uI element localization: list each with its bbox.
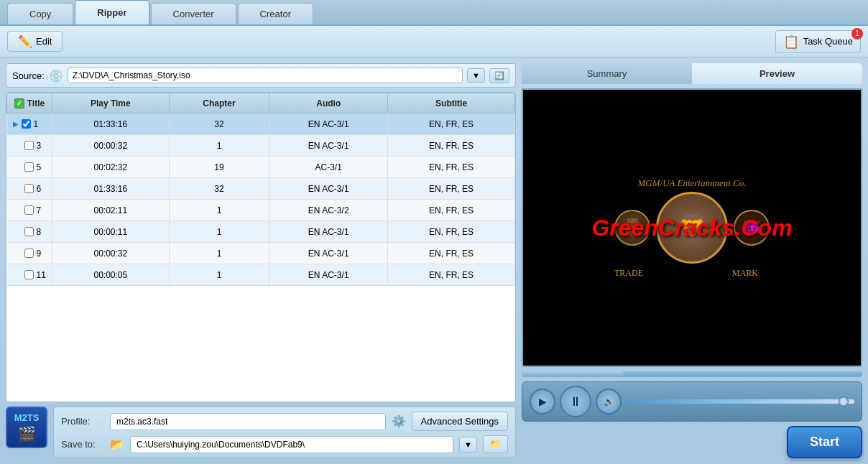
cell-audio: EN AC-3/1	[269, 221, 388, 243]
bottom-section: M2TS 🎬 Profile: ⚙️ Advanced Settings	[6, 407, 516, 458]
cell-play_time: 00:02:32	[52, 157, 169, 178]
video-preview: MGM/UA Entertainment Co. ARSGRATIAARTIS …	[522, 88, 862, 367]
cell-play_time: 01:33:16	[52, 113, 169, 135]
profile-label: Profile:	[61, 416, 104, 427]
cell-play_time: 00:00:32	[52, 135, 169, 157]
tab-bar: Copy Ripper Converter Creator	[0, 0, 868, 26]
select-all-checkbox[interactable]: ✓	[14, 98, 24, 108]
cell-subtitle: EN, FR, ES	[388, 178, 515, 200]
volume-button[interactable]: 🔊	[596, 389, 622, 414]
cell-chapter: 32	[169, 113, 269, 135]
m2ts-badge: M2TS 🎬	[6, 407, 47, 448]
app-container: Copy Ripper Converter Creator ✏️ Edit 📋 …	[0, 0, 868, 464]
cell-subtitle: EN, FR, ES	[388, 243, 515, 264]
table-row: 500:02:3219AC-3/1EN, FR, ES	[7, 157, 515, 178]
preview-tab-bar: Summary Preview	[522, 63, 862, 84]
cell-chapter: 1	[169, 135, 269, 157]
cell-play_time: 01:33:16	[52, 178, 169, 200]
tab-converter[interactable]: Converter	[151, 3, 236, 24]
source-disc-icon: 💿	[49, 69, 63, 83]
tab-preview[interactable]: Preview	[692, 63, 862, 84]
cell-play_time: 00:00:05	[52, 264, 169, 286]
edit-button[interactable]: ✏️ Edit	[7, 31, 63, 52]
cell-play_time: 00:00:11	[52, 221, 169, 243]
task-queue-button[interactable]: 📋 Task Queue 1	[775, 30, 861, 53]
cell-audio: AC-3/1	[269, 157, 388, 178]
toolbar: ✏️ Edit 📋 Task Queue 1	[0, 26, 868, 57]
cell-chapter: 1	[169, 200, 269, 221]
cell-play_time: 00:00:32	[52, 243, 169, 264]
right-panel: Summary Preview MGM/UA Entertainment Co.	[522, 63, 862, 458]
video-scrollbar[interactable]	[522, 371, 862, 377]
table-row: 800:00:111EN AC-3/1EN, FR, ES	[7, 221, 515, 243]
task-badge: 1	[851, 28, 863, 40]
saveto-folder-button[interactable]: 📁	[483, 435, 508, 453]
titles-table: ✓ Title Play Time Chapter A	[6, 93, 515, 286]
tab-copy[interactable]: Copy	[7, 3, 73, 24]
pause-button[interactable]: ⏸	[560, 386, 591, 417]
left-panel: Source: 💿 ▼ 🔄 ✓ Title	[6, 63, 516, 458]
tab-ripper[interactable]: Ripper	[75, 0, 149, 24]
title-checkbox[interactable]	[24, 184, 34, 193]
title-cell: 8	[7, 221, 52, 243]
title-checkbox[interactable]	[22, 119, 31, 129]
start-button[interactable]: Start	[787, 426, 862, 458]
film-icon: 🎬	[18, 425, 36, 442]
cell-audio: EN AC-3/1	[269, 113, 388, 135]
tab-creator[interactable]: Creator	[238, 3, 313, 24]
title-checkbox[interactable]	[24, 205, 34, 215]
video-controls: ▶ ⏸ 🔊	[522, 381, 862, 422]
title-cell: 3	[7, 135, 52, 157]
col-header-playtime: Play Time	[52, 93, 169, 113]
cell-chapter: 1	[169, 243, 269, 264]
title-id: 5	[37, 162, 42, 172]
mgm-container: MGM/UA Entertainment Co. ARSGRATIAARTIS …	[523, 90, 861, 366]
profile-input[interactable]	[110, 413, 386, 430]
title-checkbox[interactable]	[24, 227, 34, 236]
title-cell: ▶1	[7, 113, 52, 135]
table-row: 900:00:321EN AC-3/1EN, FR, ES	[7, 243, 515, 264]
source-refresh-button[interactable]: 🔄	[489, 68, 509, 83]
m2ts-text: M2TS	[14, 412, 40, 423]
col-header-title: ✓ Title	[7, 93, 52, 113]
title-id: 6	[37, 184, 42, 194]
col-header-chapter: Chapter	[169, 93, 269, 113]
volume-thumb	[839, 396, 849, 407]
title-checkbox[interactable]	[24, 162, 34, 172]
profile-row: Profile: ⚙️ Advanced Settings	[61, 412, 508, 431]
cell-play_time: 00:02:11	[52, 200, 169, 221]
title-id: 7	[37, 205, 42, 215]
titles-table-container: ✓ Title Play Time Chapter A	[6, 92, 516, 402]
title-cell: 5	[7, 157, 52, 178]
cell-subtitle: EN, FR, ES	[388, 221, 515, 243]
main-content: Source: 💿 ▼ 🔄 ✓ Title	[0, 57, 868, 464]
play-button[interactable]: ▶	[530, 389, 555, 414]
title-id: 11	[37, 270, 46, 280]
saveto-input[interactable]	[130, 436, 453, 453]
source-dropdown-button[interactable]: ▼	[467, 68, 485, 83]
source-input[interactable]	[68, 68, 463, 83]
title-checkbox[interactable]	[24, 249, 34, 258]
profile-settings-icon: ⚙️	[392, 414, 406, 428]
cell-subtitle: EN, FR, ES	[388, 200, 515, 221]
advanced-settings-button[interactable]: Advanced Settings	[412, 412, 508, 431]
cell-audio: EN AC-3/1	[269, 135, 388, 157]
title-cell: 6	[7, 178, 52, 200]
title-cell: 11	[7, 264, 52, 286]
col-header-subtitle: Subtitle	[388, 93, 515, 113]
bottom-profile-area: Profile: ⚙️ Advanced Settings Save to: 📂	[53, 407, 516, 458]
lion-icon: 🦁	[676, 213, 708, 243]
volume-slider[interactable]	[626, 399, 854, 404]
title-cell: 9	[7, 243, 52, 264]
cell-audio: EN AC-3/1	[269, 264, 388, 286]
tab-summary[interactable]: Summary	[522, 63, 692, 84]
title-checkbox[interactable]	[24, 270, 34, 279]
edit-icon: ✏️	[18, 34, 32, 48]
title-checkbox[interactable]	[24, 141, 34, 150]
source-label: Source:	[12, 70, 45, 81]
cell-audio: EN AC-3/1	[269, 243, 388, 264]
saveto-dropdown-button[interactable]: ▼	[459, 437, 477, 453]
cell-subtitle: EN, FR, ES	[388, 113, 515, 135]
table-row: ▶101:33:1632EN AC-3/1EN, FR, ES	[7, 113, 515, 135]
col-header-audio: Audio	[269, 93, 388, 113]
